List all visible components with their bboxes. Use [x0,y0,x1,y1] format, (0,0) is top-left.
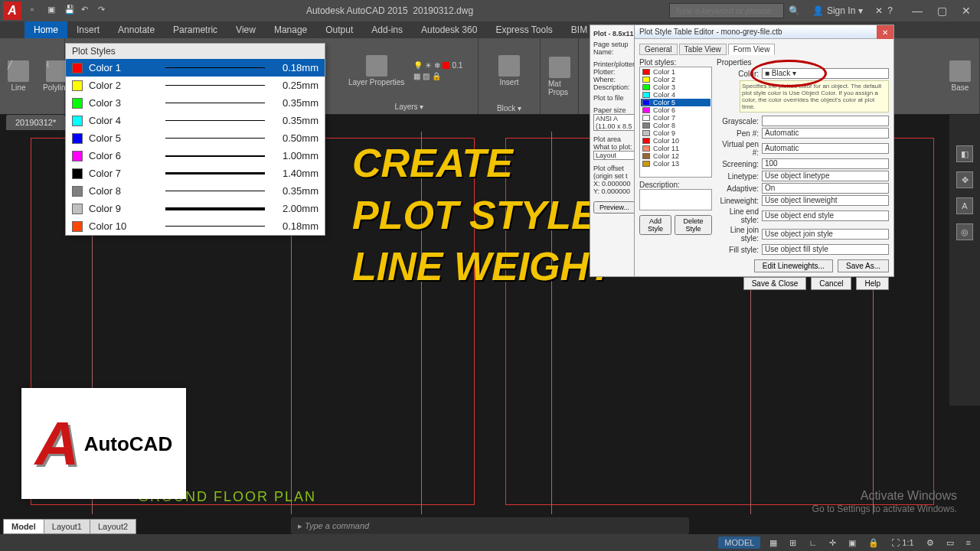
nav-orbit-icon[interactable]: ◎ [956,223,973,240]
app-logo-icon[interactable]: A [3,2,21,20]
ribbon-tab-autodesk-360[interactable]: Autodesk 360 [412,21,486,38]
dialog-close-icon[interactable]: ✕ [877,25,893,39]
color-list-item[interactable]: Color 6 [641,106,710,114]
search-icon[interactable]: 🔍 [789,5,800,16]
layer-properties-button[interactable]: Layer Properties [344,52,409,90]
preview-button[interactable]: Preview... [593,201,635,214]
ribbon-tab-view[interactable]: View [227,21,265,38]
layer-iso-icon[interactable]: ▦ [413,72,420,80]
color-list-item[interactable]: Color 7 [641,114,710,122]
plot-style-row[interactable]: Color 4 0.35mm [66,112,325,129]
model-space-button[interactable]: MODEL [718,536,760,549]
plot-styles-header: Plot Styles [66,44,325,59]
help-search-input[interactable] [669,3,784,18]
color-list-item[interactable]: Color 11 [641,145,710,152]
editor-tab[interactable]: Form View [728,44,776,55]
lineweight-preview [165,85,265,86]
save-icon[interactable]: 💾 [64,5,77,17]
sun-icon[interactable]: ☀ [425,61,432,70]
plot-style-row[interactable]: Color 9 2.00mm [66,200,325,217]
plot-style-row[interactable]: Color 10 0.18mm [66,217,325,235]
snap-icon[interactable]: ⊞ [786,538,799,548]
layout-tab-model[interactable]: Model [3,519,44,534]
layer-color-swatch[interactable] [443,62,449,69]
plot-style-list[interactable]: Color 1Color 2Color 3Color 4Color 5Color… [639,67,712,178]
ribbon-tab-manage[interactable]: Manage [265,21,316,38]
plot-style-row[interactable]: Color 1 0.18mm [66,59,325,77]
insert-block-button[interactable]: Insert [494,52,524,90]
redo-icon[interactable]: ↷ [98,5,110,17]
color-list-item[interactable]: Color 1 [641,68,710,76]
minimize-icon[interactable]: — [906,3,928,18]
base-button[interactable]: Base [945,57,975,95]
ribbon-tab-parametric[interactable]: Parametric [164,21,227,38]
add-style-button[interactable]: Add Style [639,215,671,235]
freeze-icon[interactable]: ❄ [434,61,440,70]
plot-style-row[interactable]: Color 7 1.40mm [66,165,325,182]
match-props-button[interactable]: Mat Props [544,54,575,99]
color-list-item[interactable]: Color 3 [641,83,710,91]
anno-scale[interactable]: ⛶ 1:1 [888,538,916,547]
document-tab[interactable]: 20190312* [6,115,65,130]
color-list-item[interactable]: Color 4 [641,91,710,99]
lock-icon[interactable]: 🔒 [865,538,882,548]
nav-pan-icon[interactable]: ✥ [956,171,973,188]
panel-label-layers[interactable]: Layers ▾ [344,101,475,112]
ribbon-tab-add-ins[interactable]: Add-ins [362,21,412,38]
editor-tab[interactable]: Table View [679,44,727,55]
ribbon-tab-output[interactable]: Output [316,21,362,38]
osnap-icon[interactable]: ▣ [845,538,859,548]
plot-area-dropdown[interactable]: Layout [593,151,639,160]
editor-tab[interactable]: General [639,44,678,55]
ribbon-tab-annotate[interactable]: Annotate [109,21,164,38]
open-icon[interactable]: ▣ [47,5,60,17]
cancel-button[interactable]: Cancel [811,277,851,290]
help-icon[interactable]: ? [887,5,893,16]
new-icon[interactable]: ▫ [31,5,43,17]
plot-style-row[interactable]: Color 3 0.35mm [66,94,325,112]
close-icon[interactable]: ✕ [956,3,977,18]
color-list-item[interactable]: Color 13 [641,160,710,168]
grid-icon[interactable]: ▦ [766,538,780,548]
color-list-item[interactable]: Color 10 [641,137,710,145]
color-list-item[interactable]: Color 5 [641,99,710,106]
lightbulb-icon[interactable]: 💡 [413,61,423,70]
undo-icon[interactable]: ↶ [81,5,93,17]
nav-zoom-icon[interactable]: A [956,197,973,214]
line-tool[interactable]: ╱Line [3,57,34,95]
help-button[interactable]: Help [856,277,889,290]
color-list-item[interactable]: Color 9 [641,129,710,137]
layer-lock-icon[interactable]: 🔒 [432,72,441,80]
customize-icon[interactable]: ≡ [963,538,974,547]
saveas-button[interactable]: Save As... [838,259,889,272]
color-list-item[interactable]: Color 12 [641,152,710,160]
clean-icon[interactable]: ▭ [943,538,957,548]
color-list-item[interactable]: Color 8 [641,122,710,129]
maximize-icon[interactable]: ▢ [931,3,952,18]
command-line[interactable]: ▸ Type a command [291,517,689,534]
ribbon-tab-insert[interactable]: Insert [67,21,109,38]
signin-button[interactable]: 👤 Sign In ▾ [805,5,871,16]
layer-name[interactable]: 0.1 [452,61,462,70]
ribbon-tab-home[interactable]: Home [24,21,67,38]
color-list-item[interactable]: Color 2 [641,76,710,83]
title-text: Autodesk AutoCAD 2015 20190312.dwg [110,5,669,16]
plot-style-row[interactable]: Color 5 0.50mm [66,129,325,147]
plot-style-row[interactable]: Color 8 0.35mm [66,182,325,200]
exchange-icon[interactable]: ✕ [875,5,883,16]
polar-icon[interactable]: ✛ [826,538,839,548]
layout-tabs: ModelLayout1Layout2 [3,519,136,534]
layout-tab-layout1[interactable]: Layout1 [44,519,90,534]
layout-tab-layout2[interactable]: Layout2 [90,519,136,534]
ortho-icon[interactable]: ∟ [805,538,820,547]
edit-lineweights-button[interactable]: Edit Lineweights... [754,259,833,272]
save-close-button[interactable]: Save & Close [743,277,807,290]
delete-style-button[interactable]: Delete Style [675,215,712,235]
ribbon-tab-express-tools[interactable]: Express Tools [486,21,561,38]
panel-label-block[interactable]: Block ▾ [494,103,524,114]
gear-icon[interactable]: ⚙ [923,538,937,548]
plot-style-row[interactable]: Color 2 0.25mm [66,77,325,94]
nav-cube-icon[interactable]: ◧ [956,145,973,162]
layer-off-icon[interactable]: ▨ [423,72,430,80]
plot-style-row[interactable]: Color 6 1.00mm [66,147,325,165]
